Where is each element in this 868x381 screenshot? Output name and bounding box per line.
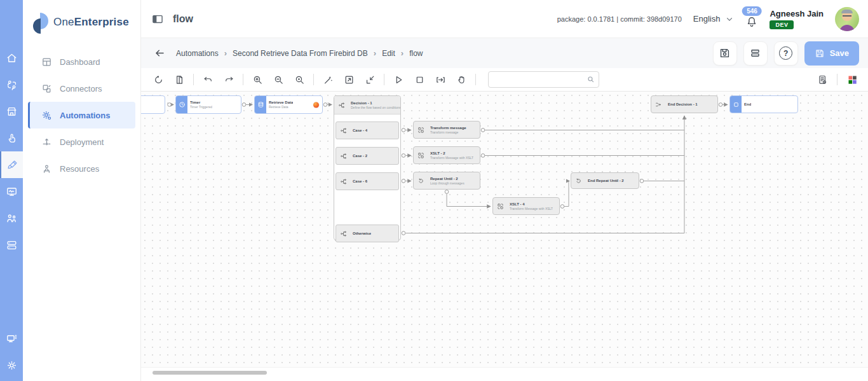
save-button[interactable]: Save xyxy=(804,41,859,66)
deploy-monitor-icon xyxy=(6,333,18,345)
save-as-button[interactable] xyxy=(713,41,737,66)
node-start-partial[interactable] xyxy=(141,95,165,114)
breadcrumb-item[interactable]: Second Retrieve Data From Firebird DB xyxy=(233,49,368,58)
back-button[interactable] xyxy=(154,47,166,59)
theme-colors-button[interactable] xyxy=(845,73,859,87)
brand-logo[interactable]: OneEnterprise xyxy=(23,0,140,48)
resources-icon xyxy=(41,163,52,174)
node-timer[interactable]: TimerTimer Triggered xyxy=(175,95,241,114)
toolbar-divider xyxy=(475,74,476,85)
maximize-button[interactable] xyxy=(342,73,356,87)
breadcrumb-item[interactable]: Automations xyxy=(176,49,219,58)
page-title: flow xyxy=(173,13,193,25)
minimize-button[interactable] xyxy=(363,73,377,87)
rail-item-users-network[interactable] xyxy=(0,71,23,98)
sidebar-item-automations[interactable]: Automations xyxy=(28,102,135,128)
sidebar-item-label: Automations xyxy=(60,111,110,120)
node-end-decision[interactable]: End Decision - 1 xyxy=(651,95,718,113)
node-title: Decision - 1 xyxy=(351,101,400,105)
home-icon xyxy=(6,52,18,64)
zoom-out-button[interactable] xyxy=(271,73,285,87)
node-end-repeat-until[interactable]: End Repeat Until - 2 xyxy=(571,172,639,189)
node-end[interactable]: End xyxy=(729,95,798,113)
sidebar-item-label: Deployment xyxy=(60,137,104,147)
bell-icon xyxy=(745,15,758,28)
sidebar-item-deployment[interactable]: Deployment xyxy=(28,128,135,155)
rail-item-marketplace[interactable] xyxy=(0,98,23,125)
app-root: OneEnterprise Dashboard Connectors Autom… xyxy=(0,0,868,381)
notifications-button[interactable]: 546 xyxy=(745,10,758,28)
toolbar-right xyxy=(815,73,859,87)
brand-enterprise: Enterprise xyxy=(74,16,129,28)
breadcrumb-separator: › xyxy=(401,48,403,58)
rail-item-people[interactable] xyxy=(0,205,23,232)
sidebar-item-resources[interactable]: Resources xyxy=(28,155,135,182)
pan-button[interactable] xyxy=(454,73,468,87)
node-title: Repeat Until - 2 xyxy=(430,177,465,181)
users-network-icon xyxy=(6,79,18,91)
arrow-left-icon xyxy=(154,47,166,59)
node-title: Case - 2 xyxy=(353,154,367,158)
layout-button[interactable] xyxy=(743,41,768,66)
sidebar-item-connectors[interactable]: Connectors xyxy=(28,75,135,102)
top-bar: flow package: 0.0.1781 | commit: 398d091… xyxy=(141,0,868,38)
rail-item-server[interactable] xyxy=(0,232,23,258)
reset-flow-button[interactable] xyxy=(151,73,165,87)
flow-canvas[interactable]: TimerTimer Triggered Retrieve DataRetrie… xyxy=(141,92,868,367)
node-decision-header[interactable]: Decision - 1Define the flow based on con… xyxy=(334,96,400,114)
node-retrieve-data[interactable]: Retrieve DataRetrieve Data xyxy=(254,95,323,114)
stop-button[interactable] xyxy=(412,73,426,87)
rail-item-deploy-monitor[interactable] xyxy=(0,328,23,354)
magic-wand-icon xyxy=(323,74,334,85)
step-button[interactable] xyxy=(433,73,447,87)
language-selector[interactable]: English xyxy=(693,14,735,24)
node-otherwise[interactable]: Otherwise xyxy=(336,225,399,242)
loop-icon xyxy=(571,173,585,188)
avatar[interactable] xyxy=(835,7,859,31)
node-xslt-2[interactable]: XSLT - 2Transform Message with XSLT xyxy=(413,146,480,164)
rail-item-settings[interactable] xyxy=(0,354,23,381)
node-case-1[interactable]: Case - 4 xyxy=(336,121,399,139)
report-button[interactable] xyxy=(815,73,829,87)
breadcrumb-item[interactable]: flow xyxy=(409,49,423,58)
redo-button[interactable] xyxy=(222,73,236,87)
sidebar-item-dashboard[interactable]: Dashboard xyxy=(28,48,135,75)
sidebar-toggle-button[interactable] xyxy=(151,13,164,25)
horizontal-scrollbar[interactable] xyxy=(153,371,267,375)
auto-arrange-button[interactable] xyxy=(321,73,335,87)
branch-icon xyxy=(336,127,350,134)
rail-item-home[interactable] xyxy=(0,45,23,71)
undo-button[interactable] xyxy=(201,73,215,87)
rail-item-monitor-activity[interactable] xyxy=(0,178,23,205)
toolbar-divider xyxy=(193,74,194,85)
sidebar-item-label: Resources xyxy=(60,164,99,174)
color-grid-icon xyxy=(847,74,858,85)
rail-item-click[interactable] xyxy=(0,125,23,151)
run-button[interactable] xyxy=(391,73,405,87)
zoom-in-button[interactable] xyxy=(250,73,264,87)
node-decision-container[interactable]: Decision - 1Define the flow based on con… xyxy=(334,95,401,240)
node-transform-message[interactable]: Transform messageTransform message xyxy=(413,121,480,139)
node-repeat-until[interactable]: Repeat Until - 2Loop through messages xyxy=(413,172,480,190)
node-title: Retrieve Data xyxy=(269,100,293,104)
node-xslt-4[interactable]: XSLT - 4Transform Message with XSLT xyxy=(492,197,560,215)
node-case-3[interactable]: Case - 6 xyxy=(336,172,399,190)
server-icon xyxy=(6,239,18,251)
node-title: Otherwise xyxy=(353,232,371,235)
search-input[interactable] xyxy=(488,71,599,88)
user-block[interactable]: Agneesh Jain DEV xyxy=(770,9,824,29)
node-title: Transform message xyxy=(430,126,466,130)
breadcrumb-item[interactable]: Edit xyxy=(382,49,395,58)
node-title: End Repeat Until - 2 xyxy=(588,179,624,183)
breadcrumb-row: Automations › Second Retrieve Data From … xyxy=(141,38,868,68)
node-case-2[interactable]: Case - 2 xyxy=(336,147,399,165)
node-subtitle: Transform Message with XSLT xyxy=(430,156,473,160)
paintbrush-icon xyxy=(6,159,18,171)
zoom-reset-button[interactable] xyxy=(292,73,306,87)
end-square-icon xyxy=(730,96,742,113)
env-badge: DEV xyxy=(770,20,794,29)
people-icon xyxy=(6,212,18,225)
document-button[interactable] xyxy=(172,73,186,87)
rail-item-paintbrush[interactable] xyxy=(0,151,23,178)
help-button[interactable]: ? xyxy=(774,41,798,66)
